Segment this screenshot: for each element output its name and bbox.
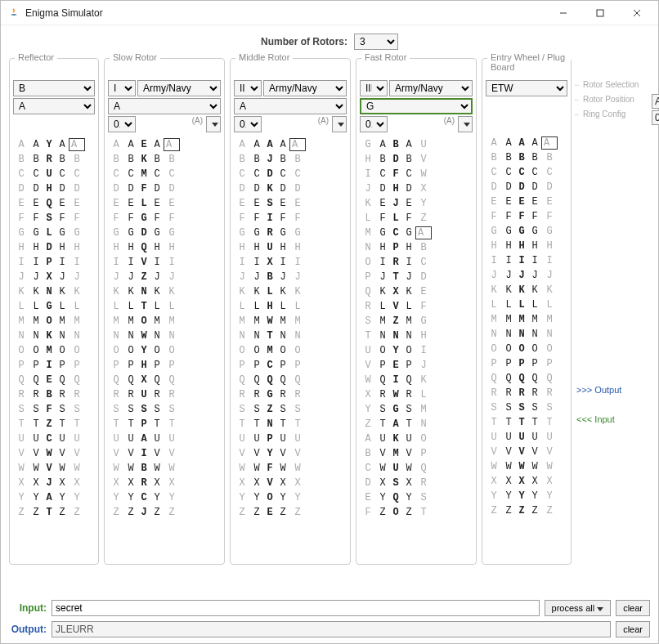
- side-labels: ←Rotor Selection ←Rotor Position ←Ring C…: [573, 78, 652, 122]
- grid-row: A AEA A: [108, 137, 221, 152]
- grid-row: B BBB B: [486, 150, 567, 165]
- process-all-button[interactable]: process all: [545, 600, 612, 616]
- clear-output-button[interactable]: clear: [616, 621, 650, 637]
- grid-row: R RRR R: [486, 386, 567, 400]
- minimize-button[interactable]: [545, 2, 581, 25]
- slow-rotor-column: Slow Rotor I Army/Navy A 01 (A) A AEA AB…: [104, 58, 225, 565]
- middle-ring-dropdown-icon[interactable]: [332, 116, 347, 132]
- grid-row: Z ZTZ Z: [13, 505, 95, 520]
- fast-ring-select[interactable]: 01: [360, 116, 388, 132]
- grid-row: M MMM M: [486, 312, 567, 327]
- middle-rotor-grid: A AAA AB BJB BC CDC CD DKD DE ESE EF FIF…: [234, 137, 347, 520]
- grid-row: H HHH H: [486, 239, 567, 253]
- middle-ring-letter: (A): [263, 116, 330, 132]
- entry-wheel-select[interactable]: ETW: [486, 80, 567, 96]
- grid-row: T NNN H: [360, 329, 473, 343]
- grid-row: A AAA A: [486, 136, 567, 150]
- grid-row: M GCG A: [360, 226, 473, 240]
- grid-row: E EEE E: [486, 195, 567, 209]
- grid-row: X XVX X: [234, 476, 347, 490]
- slow-variant-select[interactable]: Army/Navy: [137, 80, 221, 96]
- grid-row: T TTT T: [486, 415, 567, 430]
- grid-row: U UPU U: [234, 432, 347, 446]
- slow-rotor-select[interactable]: I: [108, 80, 136, 96]
- window-controls: [545, 2, 655, 25]
- grid-row: S SZS S: [234, 402, 347, 417]
- grid-row: L LGL L: [13, 299, 95, 314]
- grid-row: Z ZZZ Z: [486, 503, 567, 518]
- grid-row: G GRG G: [234, 226, 347, 240]
- content-area: Number of Rotors: 3 Reflector B A A AYA …: [1, 25, 658, 643]
- entry-wheel-title: Entry Wheel / Plug Board: [487, 52, 571, 72]
- maximize-button[interactable]: [581, 2, 618, 25]
- fast-rotor-select[interactable]: III: [360, 80, 388, 96]
- slow-ring-letter: (A): [137, 116, 204, 132]
- grid-row: H BDB V: [360, 152, 473, 167]
- clear-input-button[interactable]: clear: [616, 600, 650, 616]
- grid-row: I CFC W: [360, 167, 473, 181]
- ring-summary-box[interactable]: 01/01..: [652, 110, 659, 125]
- middle-rotor-select[interactable]: II: [234, 80, 262, 96]
- slow-ring-dropdown-icon[interactable]: [206, 116, 221, 132]
- grid-row: U UAU U: [108, 432, 221, 446]
- grid-row: N NTN N: [234, 329, 347, 343]
- grid-row: I IVI I: [108, 255, 221, 270]
- fast-variant-select[interactable]: Army/Navy: [389, 80, 473, 96]
- middle-rotor-title: Middle Rotor: [235, 52, 293, 62]
- middle-ring-select[interactable]: 01: [234, 116, 262, 132]
- fast-rotor-column: Fast Rotor III Army/Navy G 01 (A) G ABA …: [356, 58, 477, 565]
- grid-row: N NNN N: [486, 327, 567, 342]
- grid-row: B BJB B: [234, 152, 347, 167]
- grid-row: C CDC C: [234, 167, 347, 181]
- middle-position-select[interactable]: A: [234, 98, 347, 114]
- grid-row: Y YYY Y: [486, 489, 567, 503]
- grid-row: T TPT T: [108, 417, 221, 432]
- input-row: Input: process all clear: [9, 597, 650, 619]
- entry-wheel-column: Entry Wheel / Plug Board ETW A AAA AB BB…: [482, 58, 572, 565]
- io-area: Input: process all clear Output: clear: [9, 593, 650, 640]
- grid-row: P PHP P: [108, 358, 221, 373]
- grid-row: K KNK K: [108, 284, 221, 299]
- grid-row: F ZOZ T: [360, 505, 473, 520]
- grid-row: D DHD D: [13, 181, 95, 196]
- grid-row: S SSS S: [486, 400, 567, 415]
- grid-row: K KNK K: [13, 284, 95, 299]
- grid-row: W QIQ K: [360, 373, 473, 387]
- position-summary-box[interactable]: A/A/A..: [652, 94, 659, 109]
- grid-row: G GDG G: [108, 226, 221, 240]
- grid-row: J JJJ J: [486, 268, 567, 283]
- grid-row: H HDH H: [13, 240, 95, 255]
- grid-row: F FFF F: [486, 209, 567, 224]
- slow-ring-select[interactable]: 01: [108, 116, 136, 132]
- grid-row: J JXJ J: [13, 270, 95, 284]
- columns-container: Reflector B A A AYA AB BRB BC CUC CD DHD…: [9, 58, 650, 565]
- grid-row: F FIF F: [234, 211, 347, 226]
- grid-row: H HUH H: [234, 240, 347, 255]
- fast-position-select[interactable]: G: [360, 98, 473, 114]
- grid-row: V VYV V: [234, 446, 347, 461]
- grid-row: L LLL L: [486, 297, 567, 312]
- slow-position-select[interactable]: A: [108, 98, 221, 114]
- input-field[interactable]: [52, 600, 540, 616]
- grid-row: Y YOY Y: [234, 490, 347, 505]
- fast-ring-dropdown-icon[interactable]: [458, 116, 473, 132]
- reflector-select-2[interactable]: A: [13, 98, 95, 114]
- rotor-count-select[interactable]: 3: [354, 34, 398, 50]
- grid-row: U UCU U: [13, 432, 95, 446]
- grid-row: I III I: [486, 253, 567, 268]
- grid-row: Q QQQ Q: [486, 371, 567, 386]
- close-button[interactable]: [618, 2, 655, 25]
- output-signal-label: >>> Output: [576, 385, 621, 395]
- grid-row: M MWM M: [234, 314, 347, 329]
- grid-row: V VVV V: [486, 445, 567, 459]
- grid-row: N HPH B: [360, 240, 473, 255]
- fast-rotor-grid: G ABA UH BDB VI CFC WJ DHD XK EJE YL FLF…: [360, 137, 473, 520]
- middle-variant-select[interactable]: Army/Navy: [263, 80, 347, 96]
- grid-row: R RBR R: [13, 387, 95, 402]
- grid-row: M MOM M: [108, 314, 221, 329]
- grid-row: D DFD D: [108, 181, 221, 196]
- grid-row: G ABA U: [360, 137, 473, 152]
- reflector-select-1[interactable]: B: [13, 80, 95, 96]
- output-field: [52, 621, 611, 637]
- grid-row: Z ZEZ Z: [234, 505, 347, 520]
